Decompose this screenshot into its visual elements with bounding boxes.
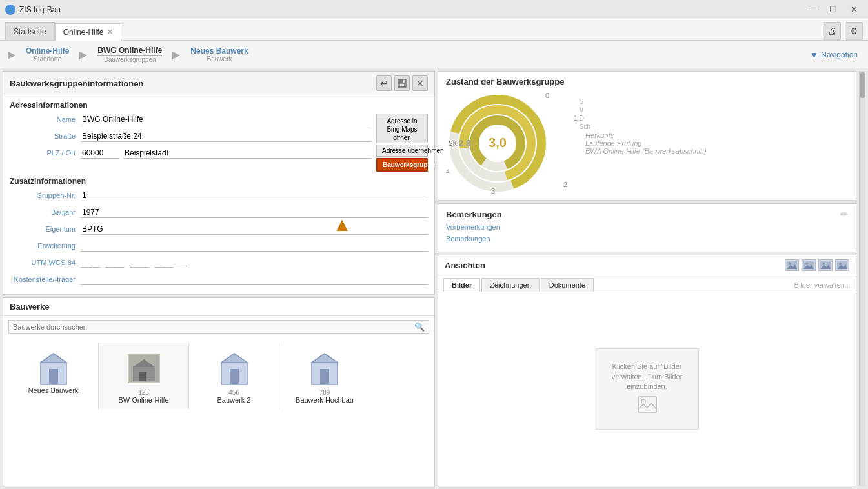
right-panel: Zustand der Bauwerksgruppe xyxy=(438,71,856,486)
bc-title-3: Neues Bauwerk xyxy=(190,46,248,55)
baujahr-input[interactable] xyxy=(81,207,428,218)
bemerkungen-card: Bemerkungen ✏ Vorbemerkungen Bemerkungen xyxy=(438,203,856,252)
breadcrumb-neues-bauwerk[interactable]: Neues Bauwerk Bauwerk xyxy=(183,46,256,63)
strasse-row: Straße xyxy=(10,129,371,143)
bauwerk-789-number: 789 xyxy=(319,389,330,396)
tab-close-icon[interactable]: ✕ xyxy=(107,28,113,36)
ans-icon-4[interactable] xyxy=(835,259,849,271)
herkunft-area: Herkunft: Laufende Prüfung BWA Online-Hi… xyxy=(585,132,848,155)
bilder-verwalten-link[interactable]: Bilder verwalten... xyxy=(789,279,856,292)
bauwerk-789-icon xyxy=(305,348,344,386)
bauwerk-item-new[interactable]: Neues Bauwerk xyxy=(8,343,99,409)
bc-title-2: BWG Online-Hilfe xyxy=(97,46,162,56)
image-icon-2 xyxy=(803,261,814,269)
navigation-area[interactable]: ▼ Navigation xyxy=(809,50,863,60)
navigation-label: Navigation xyxy=(821,50,858,59)
name-input[interactable] xyxy=(81,114,371,125)
chart-num-3: 3 xyxy=(491,187,495,195)
ansichten-placeholder: Klicken Sie auf "Bilder verwalten..." um… xyxy=(596,348,699,429)
nav-dropdown-icon: ▼ xyxy=(809,50,818,60)
save-icon xyxy=(398,79,407,88)
save-button[interactable] xyxy=(394,75,410,91)
svg-marker-13 xyxy=(221,354,247,363)
breadcrumb-bar: ▶ Online-Hilfe Standorte ▶ BWG Online-Hi… xyxy=(0,41,868,68)
plz-input[interactable] xyxy=(81,148,119,159)
utm-input-3[interactable]: ________ xyxy=(130,258,149,268)
bauwerk-456-number: 456 xyxy=(228,389,239,396)
bauwerk-item-789[interactable]: 789 Bauwerk Hochbau xyxy=(279,343,370,409)
name-label: Name xyxy=(10,115,81,123)
ans-icon-3[interactable] xyxy=(818,259,833,271)
ort-input[interactable] xyxy=(123,148,371,159)
bauwerk-item-123[interactable]: 123 BW Online-Hilfe xyxy=(99,343,189,409)
utm-input-1[interactable]: __ xyxy=(81,258,100,268)
scrollbar-thumb[interactable] xyxy=(860,72,865,98)
utm-input-4[interactable]: ________ xyxy=(154,258,174,268)
bauwerk-item-456[interactable]: 456 Bauwerk 2 xyxy=(189,343,279,409)
info-card: Baukwerksgruppeninformationen ↩ ✕ Adres xyxy=(3,71,435,295)
label-v: V xyxy=(580,106,584,114)
print-button[interactable]: 🖨 xyxy=(823,22,841,40)
bing-maps-button[interactable]: Adresse inBing Mapsöffnen xyxy=(376,114,428,143)
tab-dokumente[interactable]: Dokumente xyxy=(541,278,594,292)
ansichten-placeholder-text: Klicken Sie auf "Bilder verwalten..." um… xyxy=(609,362,685,392)
kostenstelle-input[interactable] xyxy=(81,274,428,285)
window-controls: — ☐ ✕ xyxy=(803,3,863,16)
settings-button[interactable]: ⚙ xyxy=(845,22,863,40)
ansichten-title: Ansichten xyxy=(445,261,485,270)
minimize-button[interactable]: — xyxy=(803,3,822,16)
eigentum-input[interactable] xyxy=(81,224,428,235)
tab-online-hilfe-label: Online-Hilfe xyxy=(63,28,104,37)
breadcrumb-online-hilfe[interactable]: Online-Hilfe Standorte xyxy=(18,46,77,63)
image-placeholder-icon xyxy=(638,396,657,413)
breadcrumb-bwg[interactable]: BWG Online-Hilfe Bauwerksgruppen xyxy=(90,46,170,63)
bauwerk-123-number: 123 xyxy=(138,389,149,396)
gruppen-input[interactable] xyxy=(81,190,428,201)
bauwerke-search-input[interactable] xyxy=(13,323,414,331)
ansichten-tabs: Bilder Zeichnungen Dokumente xyxy=(438,275,789,292)
label-d: D xyxy=(580,115,584,123)
bauwerk-789-name: Bauwerk Hochbau xyxy=(296,396,354,404)
close-button[interactable]: ✕ xyxy=(845,3,863,16)
chart-num-4: 4 xyxy=(446,168,450,175)
toolbar-right: 🖨 ⚙ xyxy=(823,22,863,40)
tab-startseite[interactable]: Startseite xyxy=(5,22,55,40)
bc-left-arrow[interactable]: ▶ xyxy=(5,48,18,61)
tab-startseite-label: Startseite xyxy=(14,27,46,36)
erweiterung-row: Erweiterung xyxy=(10,239,428,253)
bauwerk-new-icon xyxy=(34,348,73,386)
erweiterung-input[interactable] xyxy=(81,241,428,252)
delete-bauwerksgruppe-button[interactable]: Bauwerksgruppe löschen xyxy=(376,158,428,172)
gruppen-label: Gruppen-Nr. xyxy=(10,192,81,199)
herkunft-line1: Laufende Prüfung xyxy=(585,139,848,147)
left-panel: Baukwerksgruppeninformationen ↩ ✕ Adres xyxy=(3,71,435,486)
svg-rect-37 xyxy=(638,397,656,412)
svg-rect-14 xyxy=(230,369,239,384)
strasse-input[interactable] xyxy=(81,131,371,142)
svg-rect-11 xyxy=(139,372,146,381)
app-title: ZIS Ing-Bau xyxy=(19,5,803,14)
utm-input-2[interactable]: __ xyxy=(105,258,125,268)
name-row: Name xyxy=(10,112,371,126)
scrollbar[interactable] xyxy=(859,71,865,486)
close-card-button[interactable]: ✕ xyxy=(412,75,428,91)
tab-zeichnungen[interactable]: Zeichnungen xyxy=(481,278,540,292)
ans-icon-1[interactable] xyxy=(785,259,799,271)
svg-text:3,0: 3,0 xyxy=(489,135,507,150)
tab-bilder[interactable]: Bilder xyxy=(443,278,480,292)
ansichten-placeholder-icon xyxy=(638,396,657,416)
search-icon: 🔍 xyxy=(414,322,425,332)
app-icon xyxy=(5,5,15,15)
zustand-card: Zustand der Bauwerksgruppe xyxy=(438,71,856,201)
edit-icon[interactable]: ✏ xyxy=(840,209,848,219)
ans-icon-2[interactable] xyxy=(802,259,816,271)
search-box: 🔍 xyxy=(8,320,429,334)
maximize-button[interactable]: ☐ xyxy=(824,3,842,16)
chart-right-labels: S V D Sch xyxy=(580,98,590,131)
tab-bar: Startseite Online-Hilfe ✕ 🖨 ⚙ xyxy=(0,19,868,41)
main-content: Baukwerksgruppeninformationen ↩ ✕ Adres xyxy=(0,68,868,489)
accept-address-button[interactable]: Adresse übernehmen xyxy=(376,145,428,157)
undo-button[interactable]: ↩ xyxy=(376,75,392,91)
tab-online-hilfe[interactable]: Online-Hilfe ✕ xyxy=(55,23,122,41)
bauwerke-grid: Neues Bauwerk xyxy=(3,337,434,414)
